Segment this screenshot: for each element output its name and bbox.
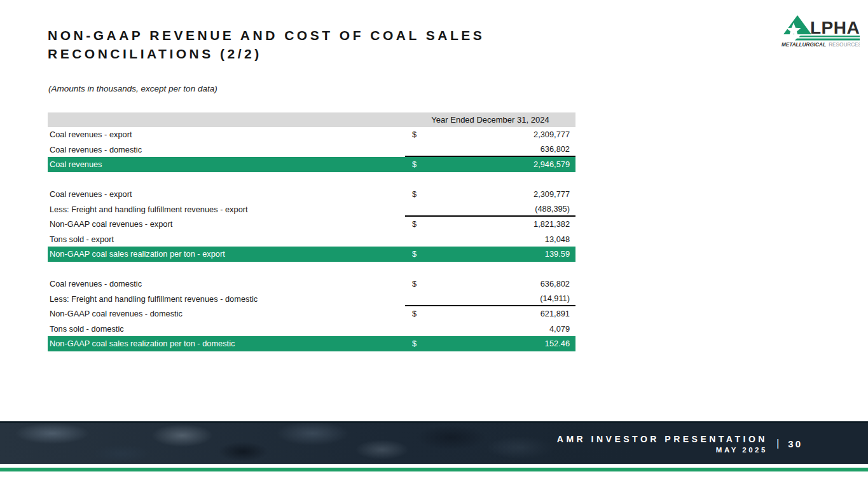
table-total-row: Coal revenues$2,946,579 [48,157,575,172]
table-header-period: Year Ended December 31, 2024 [405,115,575,125]
logo-triangle-icon [783,15,811,34]
row-label: Coal revenues - export [48,187,405,202]
row-value: 2,309,777 [534,189,570,199]
row-value: 152.46 [545,339,570,348]
table-header-row: Year Ended December 31, 2024 [48,112,575,127]
reconciliation-table-body: Coal revenues - export$2,309,777Coal rev… [48,127,575,351]
row-value: (14,911) [540,294,570,303]
row-label: Coal revenues [48,157,405,172]
dollar-sign: $ [412,130,417,139]
row-amount-cell: 636,802 [405,142,575,158]
table-row: Non-GAAP coal revenues - export$1,821,38… [48,217,575,232]
table-row: Less: Freight and handling fulfillment r… [48,202,575,217]
row-value: (488,395) [535,204,570,214]
row-label: Tons sold - domestic [48,322,405,337]
row-label: Non-GAAP coal sales realization per ton … [48,336,405,351]
row-label: Coal revenues - export [48,127,405,142]
logo-tagline-light: RESOURCES [829,42,860,48]
logo-stripe-top-icon [799,36,860,37]
row-amount-cell: (14,911) [405,292,575,307]
table-row: Non-GAAP coal revenues - domestic$621,89… [48,306,575,322]
table-row: Less: Freight and handling fulfillment r… [48,292,575,307]
logo-stripe-bottom-icon [795,39,860,41]
bottom-accent-bar [0,468,868,471]
dollar-sign: $ [412,249,417,259]
row-label: Non-GAAP coal revenues - export [48,217,405,232]
table-row: Tons sold - export13,048 [48,232,575,247]
row-amount-cell: $636,802 [405,276,575,292]
table-total-row: Non-GAAP coal sales realization per ton … [48,247,575,262]
row-amount-cell: (488,395) [405,202,575,217]
footer-band: AMR INVESTOR PRESENTATION MAY 2025 | 30 [0,421,868,464]
dollar-sign: $ [412,279,417,288]
table-row: Coal revenues - domestic636,802 [48,142,575,158]
dollar-sign: $ [412,309,417,318]
page-title-line2: RECONCILIATIONS (2/2) [48,45,620,64]
row-value: 636,802 [541,279,570,288]
dollar-sign: $ [412,339,417,348]
row-amount-cell: $1,821,382 [405,217,575,232]
row-value: 4,079 [549,324,570,334]
row-amount-cell: $2,946,579 [405,157,575,172]
row-amount-cell: $152.46 [405,336,575,351]
table-spacer-row [48,262,575,277]
page-title-line1: NON-GAAP REVENUE AND COST OF COAL SALES [48,27,620,45]
row-label: Coal revenues - domestic [48,142,405,158]
row-amount-cell: $621,891 [405,306,575,322]
row-amount-cell: $2,309,777 [405,127,575,142]
dollar-sign: $ [412,219,417,229]
row-amount-cell: 4,079 [405,322,575,337]
footer-date: MAY 2025 [557,446,768,454]
logo-wordmark: LPHA [810,18,860,37]
page-number: 30 [788,438,803,449]
row-label: Non-GAAP coal sales realization per ton … [48,247,405,262]
row-label: Non-GAAP coal revenues - domestic [48,306,405,322]
slide: NON-GAAP REVENUE AND COST OF COAL SALES … [0,0,868,488]
footer-presentation-title: AMR INVESTOR PRESENTATION [557,434,768,444]
table-row: Coal revenues - export$2,309,777 [48,187,575,202]
row-amount-cell: $139.59 [405,247,575,262]
table-total-row: Non-GAAP coal sales realization per ton … [48,336,575,351]
table-spacer-row [48,172,575,187]
dollar-sign: $ [412,159,417,169]
dollar-sign: $ [412,189,417,199]
footer-lines: AMR INVESTOR PRESENTATION MAY 2025 [557,434,768,454]
page-title: NON-GAAP REVENUE AND COST OF COAL SALES … [48,27,620,63]
units-note: (Amounts in thousands, except per ton da… [48,84,217,93]
row-value: 13,048 [545,234,570,244]
alpha-metallurgical-logo: LPHA METALLURGICAL RESOURCES [781,13,860,48]
footer-divider: | [776,437,779,450]
row-label: Less: Freight and handling fulfillment r… [48,292,405,307]
table-row: Coal revenues - export$2,309,777 [48,127,575,142]
row-value: 1,821,382 [534,219,570,229]
row-value: 2,946,579 [534,159,570,169]
row-label: Coal revenues - domestic [48,276,405,292]
row-value: 636,802 [541,144,570,154]
svg-text:METALLURGICAL RESOURCES: METALLURGICAL RESOURCES [782,42,860,48]
table-row: Coal revenues - domestic$636,802 [48,276,575,292]
row-value: 139.59 [545,249,570,259]
row-amount-cell: $2,309,777 [405,187,575,202]
row-label: Tons sold - export [48,232,405,247]
row-label: Less: Freight and handling fulfillment r… [48,202,405,217]
logo-tagline-bold: METALLURGICAL [782,42,826,48]
row-value: 2,309,777 [534,130,570,139]
table-row: Tons sold - domestic4,079 [48,322,575,337]
row-amount-cell: 13,048 [405,232,575,247]
row-value: 621,891 [541,309,570,318]
reconciliation-table: Year Ended December 31, 2024 Coal revenu… [48,112,575,351]
footer-text-block: AMR INVESTOR PRESENTATION MAY 2025 | 30 [557,423,803,464]
